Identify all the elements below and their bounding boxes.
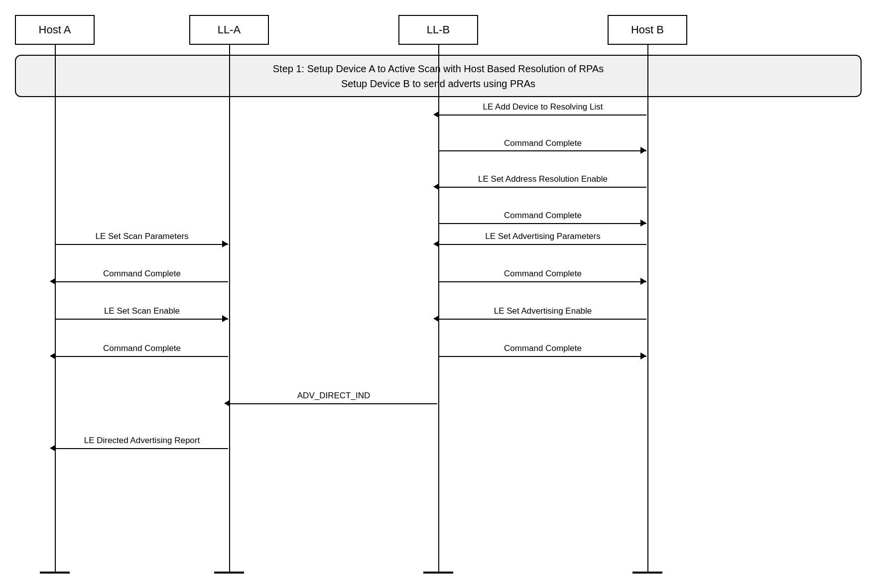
arrowhead-le-set-adv-enable — [433, 315, 439, 322]
label-le-set-adv-params: LE Set Advertising Parameters — [441, 232, 645, 241]
line-cmd-complete-5 — [56, 356, 228, 357]
line-le-set-scan-enable — [56, 319, 228, 320]
label-cmd-complete-4: Command Complete — [441, 269, 645, 279]
arrowhead-cmd-complete-1 — [640, 147, 646, 154]
arrowhead-le-set-scan-params — [222, 240, 228, 247]
entity-ll-a-label: LL-A — [218, 23, 241, 36]
bar-host-a — [40, 572, 70, 574]
entity-host-b-label: Host B — [631, 23, 664, 36]
bar-host-b — [632, 572, 662, 574]
label-cmd-complete-1: Command Complete — [441, 138, 645, 148]
bar-ll-b — [423, 572, 453, 574]
bar-ll-a — [214, 572, 244, 574]
entity-ll-a: LL-A — [189, 15, 269, 45]
lifeline-ll-b — [438, 45, 439, 573]
line-le-add-device — [439, 115, 646, 116]
label-le-set-addr-res: LE Set Address Resolution Enable — [441, 174, 645, 184]
label-le-set-adv-enable: LE Set Advertising Enable — [441, 306, 645, 316]
arrowhead-le-set-addr-res — [433, 183, 439, 190]
entity-host-a: Host A — [15, 15, 95, 45]
arrowhead-cmd-complete-5 — [50, 353, 56, 359]
line-le-set-adv-params — [439, 244, 646, 245]
line-cmd-complete-4 — [439, 281, 646, 282]
label-le-set-scan-enable: LE Set Scan Enable — [57, 306, 227, 316]
label-le-add-device: LE Add Device to Resolving List — [441, 102, 645, 112]
line-le-set-scan-params — [56, 244, 228, 245]
lifeline-ll-a — [229, 45, 230, 573]
entity-ll-b: LL-B — [398, 15, 478, 45]
entity-ll-b-label: LL-B — [427, 23, 450, 36]
arrowhead-cmd-complete-4 — [640, 278, 646, 285]
sequence-diagram: Host A LL-A LL-B Host B Step 1: Setup De… — [0, 0, 878, 588]
arrowhead-le-set-scan-enable — [222, 315, 228, 322]
label-cmd-complete-5: Command Complete — [57, 344, 227, 353]
line-cmd-complete-2 — [439, 223, 646, 224]
arrowhead-le-set-adv-params — [433, 240, 439, 247]
lifeline-host-a — [55, 45, 56, 573]
arrowhead-le-directed-adv-report — [50, 445, 56, 452]
label-cmd-complete-6: Command Complete — [441, 344, 645, 353]
arrowhead-adv-direct-ind — [224, 400, 230, 407]
line-le-set-adv-enable — [439, 319, 646, 320]
entity-host-b: Host B — [608, 15, 687, 45]
label-le-directed-adv-report: LE Directed Advertising Report — [57, 436, 227, 446]
label-adv-direct-ind: ADV_DIRECT_IND — [232, 391, 436, 401]
arrowhead-cmd-complete-6 — [640, 353, 646, 359]
line-adv-direct-ind — [230, 403, 437, 404]
label-le-set-scan-params: LE Set Scan Parameters — [57, 232, 227, 241]
arrowhead-cmd-complete-3 — [50, 278, 56, 285]
arrowhead-cmd-complete-2 — [640, 220, 646, 227]
line-cmd-complete-1 — [439, 150, 646, 151]
label-cmd-complete-2: Command Complete — [441, 211, 645, 221]
line-cmd-complete-6 — [439, 356, 646, 357]
line-cmd-complete-3 — [56, 281, 228, 282]
label-cmd-complete-3: Command Complete — [57, 269, 227, 279]
arrowhead-le-add-device — [433, 111, 439, 118]
line-le-set-addr-res — [439, 187, 646, 188]
line-le-directed-adv-report — [56, 448, 228, 449]
lifeline-host-b — [647, 45, 648, 573]
entity-host-a-label: Host A — [39, 23, 71, 36]
